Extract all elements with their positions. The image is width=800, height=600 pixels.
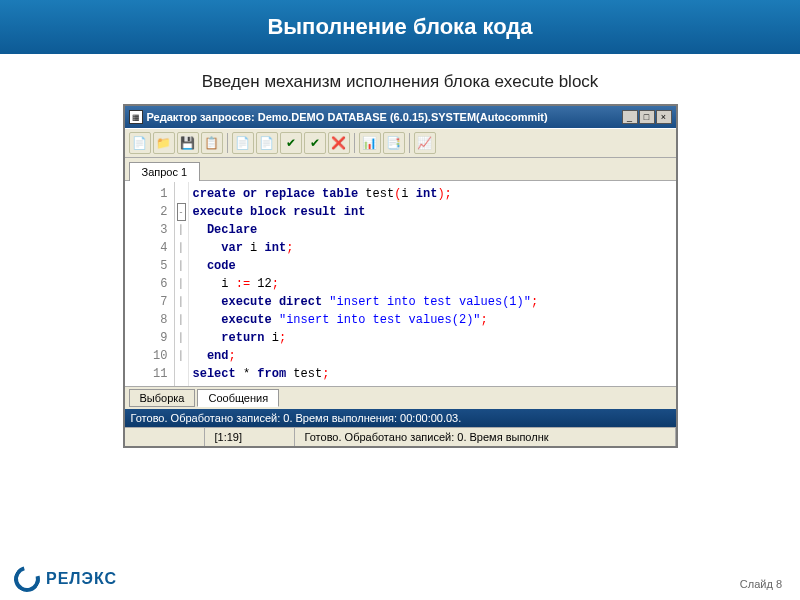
- app-window: ▦ Редактор запросов: Demo.DEMO DATABASE …: [123, 104, 678, 448]
- save-icon[interactable]: 💾: [177, 132, 199, 154]
- tab-query-1[interactable]: Запрос 1: [129, 162, 201, 181]
- code-editor[interactable]: 1234567891011 -││││││││ create or replac…: [125, 181, 676, 386]
- tab-messages[interactable]: Сообщения: [197, 389, 279, 407]
- check-icon[interactable]: ✔: [280, 132, 302, 154]
- window-title: Редактор запросов: Demo.DEMO DATABASE (6…: [147, 111, 622, 123]
- toolbar: 📄 📁 💾 📋 📄 📄 ✔ ✔ ❌ 📊 📑 📈: [125, 128, 676, 158]
- chart-icon[interactable]: 📊: [359, 132, 381, 154]
- grid-icon[interactable]: 📑: [383, 132, 405, 154]
- fold-column: -││││││││: [175, 182, 189, 386]
- new-icon[interactable]: 📄: [129, 132, 151, 154]
- toolbar-separator: [409, 133, 410, 153]
- logo-ring-icon: [9, 561, 45, 597]
- maximize-button[interactable]: □: [639, 110, 655, 124]
- app-icon: ▦: [129, 110, 143, 124]
- toolbar-separator: [354, 133, 355, 153]
- result-tabs: Выборка Сообщения: [125, 386, 676, 409]
- logo-text: РЕЛЭКС: [46, 570, 117, 588]
- doc2-icon[interactable]: 📄: [256, 132, 278, 154]
- copy-icon[interactable]: 📋: [201, 132, 223, 154]
- close-button[interactable]: ×: [656, 110, 672, 124]
- query-tabs: Запрос 1: [125, 158, 676, 181]
- status-text: Готово. Обработано записей: 0. Время вып…: [295, 428, 676, 446]
- line-gutter: 1234567891011: [125, 182, 175, 386]
- minimize-button[interactable]: _: [622, 110, 638, 124]
- title-bar: ▦ Редактор запросов: Demo.DEMO DATABASE …: [125, 106, 676, 128]
- tab-selection[interactable]: Выборка: [129, 389, 196, 407]
- code-lines[interactable]: create or replace table test(i int);exec…: [189, 182, 676, 386]
- doc-icon[interactable]: 📄: [232, 132, 254, 154]
- message-bar: Готово. Обработано записей: 0. Время вып…: [125, 409, 676, 427]
- status-bar: [1:19] Готово. Обработано записей: 0. Вр…: [125, 427, 676, 446]
- check2-icon[interactable]: ✔: [304, 132, 326, 154]
- status-empty: [125, 428, 205, 446]
- slide-subtitle: Введен механизм исполнения блока execute…: [0, 54, 800, 104]
- stats-icon[interactable]: 📈: [414, 132, 436, 154]
- cancel-icon[interactable]: ❌: [328, 132, 350, 154]
- status-cursor: [1:19]: [205, 428, 295, 446]
- open-icon[interactable]: 📁: [153, 132, 175, 154]
- slide-title: Выполнение блока кода: [0, 0, 800, 54]
- logo: РЕЛЭКС: [14, 566, 117, 592]
- slide-footer: Слайд 8: [740, 578, 782, 590]
- toolbar-separator: [227, 133, 228, 153]
